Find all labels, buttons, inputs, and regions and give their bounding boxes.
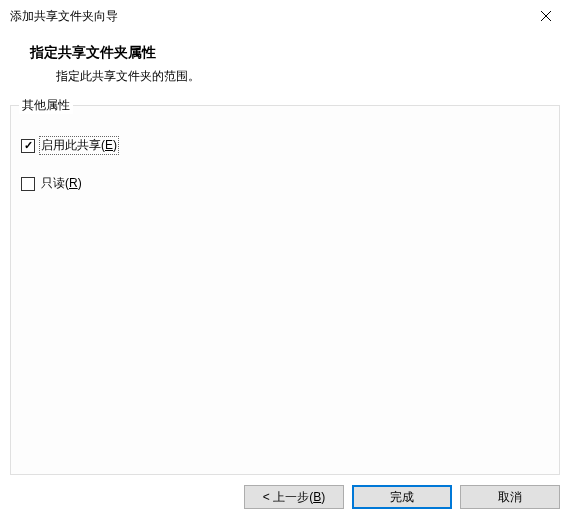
wizard-dialog: 添加共享文件夹向导 指定共享文件夹属性 指定此共享文件夹的范围。 其他属性 启用… bbox=[0, 0, 570, 519]
back-button[interactable]: < 上一步(B) bbox=[244, 485, 344, 509]
button-bar: < 上一步(B) 完成 取消 bbox=[0, 475, 570, 519]
fieldset-legend: 其他属性 bbox=[19, 97, 73, 114]
window-title: 添加共享文件夹向导 bbox=[10, 8, 118, 25]
close-button[interactable] bbox=[532, 5, 560, 27]
page-title: 指定共享文件夹属性 bbox=[30, 44, 560, 62]
titlebar: 添加共享文件夹向导 bbox=[0, 0, 570, 32]
readonly-label: 只读(R) bbox=[41, 175, 82, 192]
finish-button[interactable]: 完成 bbox=[352, 485, 452, 509]
close-icon bbox=[541, 8, 551, 24]
back-button-label: < 上一步(B) bbox=[263, 489, 325, 506]
page-subtitle: 指定此共享文件夹的范围。 bbox=[30, 68, 560, 85]
wizard-header: 指定共享文件夹属性 指定此共享文件夹的范围。 bbox=[0, 32, 570, 105]
cancel-button-label: 取消 bbox=[498, 489, 522, 506]
other-attributes-fieldset: 其他属性 启用此共享(E) 只读(R) bbox=[10, 105, 560, 475]
enable-share-label: 启用此共享(E) bbox=[39, 136, 119, 155]
enable-share-checkbox[interactable]: 启用此共享(E) bbox=[21, 136, 549, 155]
cancel-button[interactable]: 取消 bbox=[460, 485, 560, 509]
checkbox-icon bbox=[21, 139, 35, 153]
checkbox-icon bbox=[21, 177, 35, 191]
readonly-checkbox[interactable]: 只读(R) bbox=[21, 175, 549, 192]
finish-button-label: 完成 bbox=[390, 489, 414, 506]
